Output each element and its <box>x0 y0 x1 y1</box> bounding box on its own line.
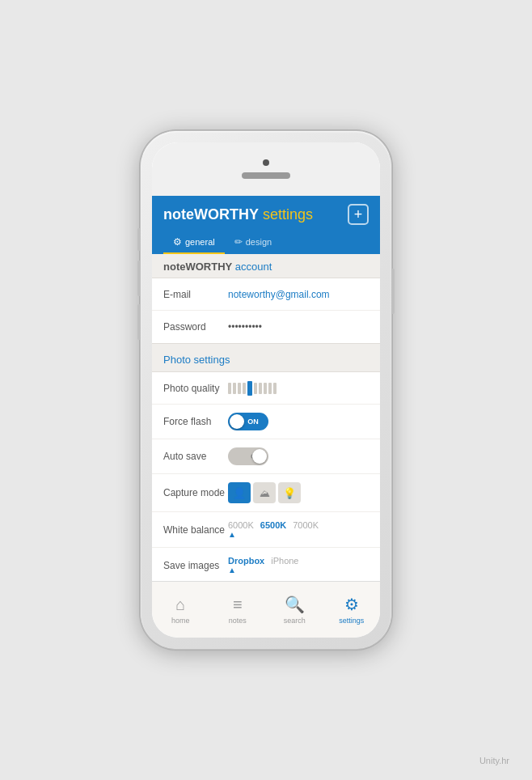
settings-body: noteWORTHY account E-mail noteworthy@gma… <box>152 254 380 581</box>
white-balance-label: White balance <box>163 524 228 536</box>
bottom-nav: ⌂ home ≡ notes 🔍 search ⚙ settings <box>152 581 380 638</box>
app-header: noteWORTHY settings + ⚙ general ✏ design <box>152 196 380 254</box>
photo-section-title: Photo settings <box>163 354 230 366</box>
app-screen: noteWORTHY settings + ⚙ general ✏ design <box>152 196 380 581</box>
wb-6500k[interactable]: 6500K <box>260 520 286 530</box>
wb-options-row: 6000K 6500K 7000K <box>228 520 319 530</box>
volume-up-button[interactable] <box>137 261 141 296</box>
password-row: Password •••••••••• <box>152 311 380 343</box>
toggle-knob <box>230 414 244 429</box>
password-value[interactable]: •••••••••• <box>228 321 369 333</box>
toggle-on-text: ON <box>247 418 259 426</box>
account-card: E-mail noteworthy@gmail.com Password •••… <box>152 278 380 344</box>
toggle-off-knob <box>252 449 267 464</box>
title-settings: settings <box>259 206 313 223</box>
home-label: home <box>171 617 190 625</box>
password-label: Password <box>163 321 228 333</box>
bulb-icon: 💡 <box>283 487 296 499</box>
save-images-label: Save images <box>163 560 228 571</box>
wb-arrow: ▲ <box>228 530 236 539</box>
person-icon: 👤 <box>233 487 246 499</box>
phone-top-bar <box>152 142 380 196</box>
photo-quality-slider[interactable] <box>228 381 369 396</box>
tick-7 <box>259 383 262 394</box>
tick-1 <box>228 383 231 394</box>
settings-label: settings <box>339 617 364 625</box>
volume-down-button[interactable] <box>137 304 141 340</box>
camera-dot <box>263 159 269 166</box>
power-button[interactable] <box>391 269 395 314</box>
title-note: note <box>163 206 194 223</box>
wb-6000k[interactable]: 6000K <box>228 520 254 530</box>
landscape-icon: ⛰ <box>260 487 270 499</box>
save-arrow: ▲ <box>228 566 236 574</box>
save-images-container: Dropbox iPhone ▲ <box>228 556 299 574</box>
title-worthy: WORTHY <box>194 206 259 223</box>
photo-quality-row: Photo quality <box>152 372 380 405</box>
auto-save-label: Auto save <box>163 451 228 462</box>
tick-4 <box>243 383 246 394</box>
search-label: search <box>284 617 306 625</box>
tab-design[interactable]: ✏ design <box>225 231 281 254</box>
tab-design-label: design <box>246 237 272 247</box>
tick-5-active <box>247 381 252 396</box>
settings-icon: ⚙ <box>344 595 359 614</box>
capture-btn-bulb[interactable]: 💡 <box>278 482 301 503</box>
general-tab-icon: ⚙ <box>173 236 182 248</box>
save-options-row: Dropbox iPhone <box>228 556 299 566</box>
home-icon: ⌂ <box>175 596 185 614</box>
tick-8 <box>264 383 267 394</box>
tick-2 <box>233 383 236 394</box>
email-label: E-mail <box>163 289 228 300</box>
email-row: E-mail noteworthy@gmail.com <box>152 278 380 311</box>
capture-mode-label: Capture mode <box>163 487 228 498</box>
search-icon: 🔍 <box>285 595 305 614</box>
capture-btn-landscape[interactable]: ⛰ <box>253 482 276 503</box>
save-iphone[interactable]: iPhone <box>271 556 298 566</box>
capture-btn-person[interactable]: 👤 <box>228 482 251 503</box>
toggle-off-bg[interactable]: OFF <box>228 447 268 465</box>
account-title-rest: account <box>232 261 272 273</box>
speaker-grille <box>242 172 290 179</box>
save-images-row: Save images Dropbox iPhone ▲ <box>152 548 380 581</box>
photo-quality-label: Photo quality <box>163 383 228 394</box>
tick-9 <box>268 383 272 394</box>
auto-save-row: Auto save OFF <box>152 439 380 474</box>
capture-mode-buttons: 👤 ⛰ 💡 <box>228 482 301 503</box>
white-balance-row: White balance 6000K 6500K 7000K ▲ <box>152 512 380 548</box>
account-section-title: noteWORTHY account <box>163 261 272 273</box>
tick-6 <box>254 383 257 394</box>
nav-search[interactable]: 🔍 search <box>266 591 323 628</box>
notes-label: notes <box>229 617 247 625</box>
app-title-row: noteWORTHY settings + <box>163 204 369 225</box>
save-dropbox[interactable]: Dropbox <box>228 556 264 566</box>
tab-general[interactable]: ⚙ general <box>163 231 225 254</box>
account-title-note: note <box>163 261 185 273</box>
toggle-on-bg[interactable]: ON <box>228 413 268 430</box>
unity-credit: Unity.hr <box>479 756 509 765</box>
photo-card: Photo quality <box>152 371 380 581</box>
white-balance-container: 6000K 6500K 7000K ▲ <box>228 520 319 539</box>
email-value[interactable]: noteworthy@gmail.com <box>228 289 369 300</box>
account-section-header: noteWORTHY account <box>152 254 380 276</box>
mute-button[interactable] <box>137 228 141 251</box>
add-button[interactable]: + <box>348 204 369 225</box>
force-flash-label: Force flash <box>163 416 228 427</box>
notes-icon: ≡ <box>233 596 243 614</box>
nav-settings[interactable]: ⚙ settings <box>323 591 381 628</box>
wb-7000k[interactable]: 7000K <box>293 520 319 530</box>
force-flash-row: Force flash ON <box>152 405 380 439</box>
phone-screen: noteWORTHY settings + ⚙ general ✏ design <box>152 142 380 638</box>
tick-3 <box>238 383 241 394</box>
design-tab-icon: ✏ <box>234 236 243 248</box>
app-title: noteWORTHY settings <box>163 206 313 223</box>
auto-save-toggle[interactable]: OFF <box>228 447 268 465</box>
phone-frame: noteWORTHY settings + ⚙ general ✏ design <box>141 131 391 649</box>
tick-10 <box>273 383 277 394</box>
photo-section-header: Photo settings <box>152 345 380 370</box>
tab-general-label: general <box>185 237 215 247</box>
nav-notes[interactable]: ≡ notes <box>209 592 267 628</box>
nav-home[interactable]: ⌂ home <box>152 592 209 628</box>
tabs-row: ⚙ general ✏ design <box>163 231 369 254</box>
force-flash-toggle[interactable]: ON <box>228 413 268 430</box>
